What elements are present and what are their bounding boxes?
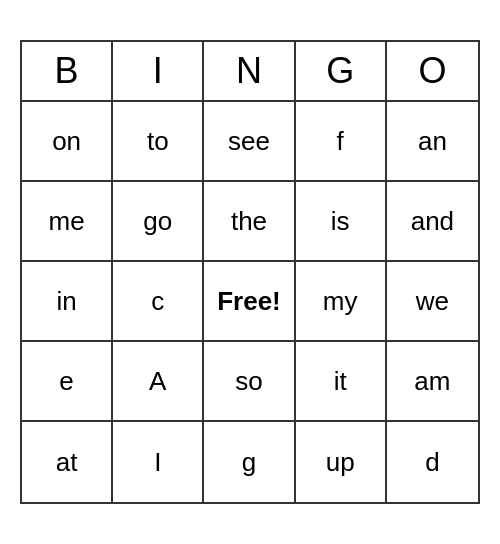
cell-15: e [22,342,113,422]
cell-22: g [204,422,295,502]
header-b: B [22,42,113,100]
bingo-header: B I N G O [22,42,478,102]
cell-5: me [22,182,113,262]
cell-0: on [22,102,113,182]
header-n: N [204,42,295,100]
cell-20: at [22,422,113,502]
cell-23: up [296,422,387,502]
cell-21: I [113,422,204,502]
cell-13: my [296,262,387,342]
bingo-grid: on to see f an me go the is and in c Fre… [22,102,478,502]
cell-17: so [204,342,295,422]
header-i: I [113,42,204,100]
cell-9: and [387,182,478,262]
free-space: Free! [204,262,295,342]
cell-6: go [113,182,204,262]
cell-24: d [387,422,478,502]
cell-7: the [204,182,295,262]
bingo-card: B I N G O on to see f an me go the is an… [20,40,480,504]
cell-18: it [296,342,387,422]
cell-4: an [387,102,478,182]
cell-2: see [204,102,295,182]
header-g: G [296,42,387,100]
cell-14: we [387,262,478,342]
cell-11: c [113,262,204,342]
cell-1: to [113,102,204,182]
cell-8: is [296,182,387,262]
header-o: O [387,42,478,100]
cell-3: f [296,102,387,182]
cell-16: A [113,342,204,422]
cell-19: am [387,342,478,422]
cell-10: in [22,262,113,342]
